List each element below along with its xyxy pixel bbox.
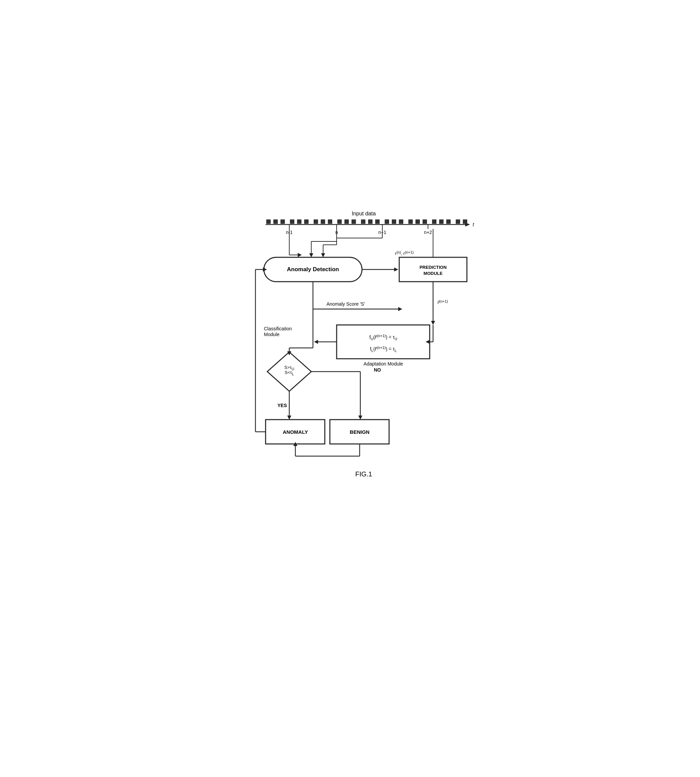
svg-rect-22 [423, 220, 427, 224]
svg-rect-6 [297, 220, 302, 224]
svg-rect-2 [266, 220, 271, 224]
svg-rect-12 [344, 220, 349, 224]
timeline-label: Input data [352, 211, 375, 216]
svg-rect-14 [361, 220, 365, 224]
svg-rect-26 [456, 220, 460, 224]
r-feedback-label: r(n), r(n+1) [395, 250, 413, 256]
diagram-container: Input data t [232, 196, 468, 581]
diagram-svg: Input data t [245, 206, 482, 561]
svg-rect-7 [304, 220, 308, 224]
svg-rect-24 [439, 220, 443, 224]
svg-rect-10 [328, 220, 332, 224]
svg-marker-71 [287, 416, 291, 419]
svg-rect-13 [352, 220, 356, 224]
svg-rect-3 [273, 220, 278, 224]
anomaly-result-label: ANOMALY [283, 429, 308, 435]
svg-rect-5 [290, 220, 294, 224]
svg-marker-54 [431, 321, 435, 325]
anomaly-score-label: Anomaly Score 'S' [327, 301, 365, 307]
no-label: NO [374, 367, 381, 373]
anomaly-detection-label: Anomaly Detection [287, 266, 339, 273]
svg-marker-57 [398, 307, 402, 311]
classification-label: Classification [264, 326, 292, 331]
adaptation-module-label: Adaptation Module [363, 361, 403, 366]
svg-rect-9 [321, 220, 325, 224]
svg-marker-74 [358, 416, 362, 419]
tick-n-plus-2: n+2 [424, 230, 432, 235]
svg-rect-17 [385, 220, 389, 224]
svg-marker-48 [394, 268, 398, 271]
svg-rect-11 [337, 220, 342, 224]
svg-rect-8 [313, 220, 318, 224]
svg-rect-25 [446, 220, 451, 224]
r-hat-label: r̂(n+1) [437, 299, 448, 305]
svg-rect-4 [280, 220, 285, 224]
svg-rect-20 [408, 220, 413, 224]
yes-label: YES [277, 403, 287, 408]
svg-marker-63 [314, 340, 318, 344]
svg-rect-19 [399, 220, 403, 224]
svg-rect-16 [375, 220, 380, 224]
svg-marker-38 [309, 253, 313, 257]
svg-marker-42 [321, 253, 325, 257]
figure-label: FIG.1 [355, 470, 372, 478]
svg-rect-58 [337, 325, 430, 359]
benign-result-label: BENIGN [350, 429, 369, 435]
svg-rect-27 [463, 220, 467, 224]
svg-marker-34 [298, 253, 302, 257]
svg-rect-23 [432, 220, 437, 224]
svg-text:MODULE: MODULE [423, 271, 443, 276]
svg-text:Module: Module [264, 332, 280, 337]
svg-rect-21 [415, 220, 420, 224]
svg-rect-15 [368, 220, 372, 224]
svg-rect-18 [392, 220, 396, 224]
t-label: t [473, 221, 474, 227]
prediction-module-label: PREDICTION [419, 265, 446, 270]
